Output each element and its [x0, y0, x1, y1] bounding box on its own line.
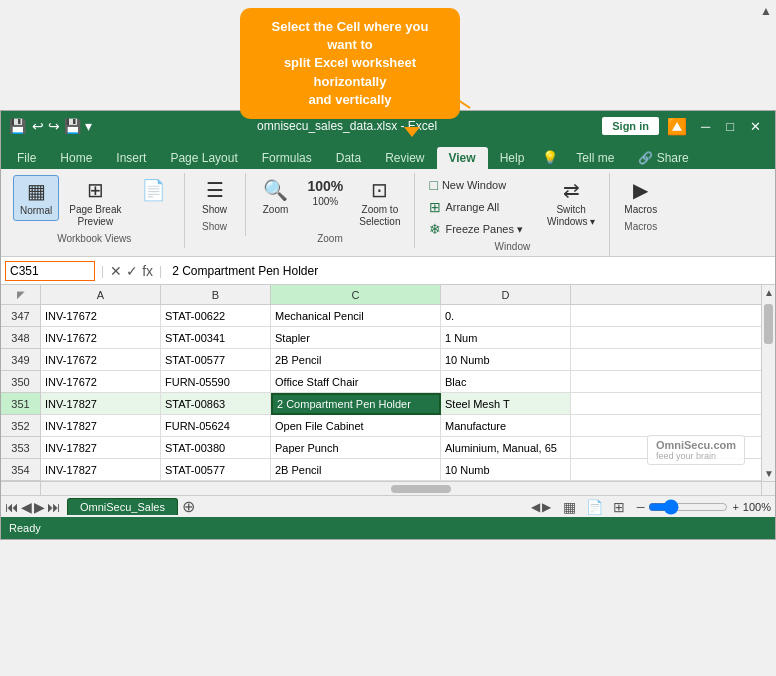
add-sheet-button[interactable]: ⊕: [182, 497, 195, 516]
cell[interactable]: STAT-00380: [161, 437, 271, 459]
cell[interactable]: INV-17827: [41, 415, 161, 437]
save-button[interactable]: 💾: [64, 118, 81, 134]
cell[interactable]: INV-17672: [41, 371, 161, 393]
select-all-icon[interactable]: ◤: [17, 289, 25, 300]
arrange-all-button[interactable]: ⊞ Arrange All: [423, 197, 529, 217]
zoom-plus-button[interactable]: +: [732, 501, 738, 513]
formula-input[interactable]: [168, 262, 771, 280]
cell[interactable]: Steel Mesh T: [441, 393, 571, 415]
share-button[interactable]: 🔗 Share: [626, 147, 700, 169]
tab-review[interactable]: Review: [373, 147, 436, 169]
qa-dropdown-button[interactable]: ▾: [85, 118, 92, 134]
cell[interactable]: Office Staff Chair: [271, 371, 441, 393]
col-header-b[interactable]: B: [161, 285, 271, 305]
cell[interactable]: Aluminium, Manual, 65: [441, 437, 571, 459]
sheet-tab-omnisecu[interactable]: OmniSecu_Sales: [67, 498, 178, 515]
cell[interactable]: STAT-00577: [161, 349, 271, 371]
cell[interactable]: STAT-00863: [161, 393, 271, 415]
tab-data[interactable]: Data: [324, 147, 373, 169]
row-header[interactable]: 353: [1, 437, 41, 459]
cell[interactable]: Stapler: [271, 327, 441, 349]
cell[interactable]: INV-17827: [41, 459, 161, 481]
new-window-button[interactable]: □ New Window: [423, 175, 529, 195]
tell-me-button[interactable]: Tell me: [564, 147, 626, 169]
cell[interactable]: FURN-05590: [161, 371, 271, 393]
cell[interactable]: STAT-00341: [161, 327, 271, 349]
cell[interactable]: INV-17827: [41, 393, 161, 415]
cell[interactable]: INV-17672: [41, 349, 161, 371]
cell[interactable]: 10 Numb: [441, 349, 571, 371]
normal-view-status-button[interactable]: ▦: [559, 497, 580, 517]
row-header[interactable]: 350: [1, 371, 41, 393]
col-header-d[interactable]: D: [441, 285, 571, 305]
sign-in-button[interactable]: Sign in: [602, 117, 659, 135]
row-header[interactable]: 351: [1, 393, 41, 415]
redo-button[interactable]: ↪: [48, 118, 60, 134]
switch-windows-button[interactable]: ⇄ SwitchWindows ▾: [541, 175, 601, 231]
row-header[interactable]: 347: [1, 305, 41, 327]
prev-sheet-button[interactable]: ◀: [21, 499, 32, 515]
page-break-preview-button[interactable]: ⊞ Page BreakPreview: [63, 175, 127, 231]
cell[interactable]: Manufacture: [441, 415, 571, 437]
cell[interactable]: 10 Numb: [441, 459, 571, 481]
close-button[interactable]: ✕: [744, 117, 767, 136]
next-sheet-button[interactable]: ▶: [34, 499, 45, 515]
macros-button[interactable]: ▶ Macros: [618, 175, 663, 219]
name-box[interactable]: [5, 261, 95, 281]
cell[interactable]: 2B Pencil: [271, 459, 441, 481]
h-scrollbar[interactable]: [1, 481, 775, 495]
cell[interactable]: STAT-00622: [161, 305, 271, 327]
zoom-button[interactable]: 🔍 Zoom: [254, 175, 298, 219]
freeze-panes-button[interactable]: ❄ Freeze Panes ▾: [423, 219, 529, 239]
row-header[interactable]: 352: [1, 415, 41, 437]
col-header-c[interactable]: C: [271, 285, 441, 305]
zoom-to-selection-button[interactable]: ⊡ Zoom toSelection: [353, 175, 406, 231]
undo-button[interactable]: ↩: [32, 118, 44, 134]
v-scrollbar[interactable]: ▲ ▼: [761, 285, 775, 481]
cell[interactable]: INV-17672: [41, 327, 161, 349]
cell[interactable]: 2 Compartment Pen Holder: [271, 393, 441, 415]
tab-help[interactable]: Help: [488, 147, 537, 169]
tab-page-layout[interactable]: Page Layout: [158, 147, 249, 169]
first-sheet-button[interactable]: ⏮: [5, 499, 19, 515]
cell[interactable]: STAT-00577: [161, 459, 271, 481]
tab-file[interactable]: File: [5, 147, 48, 169]
cell[interactable]: Blac: [441, 371, 571, 393]
scroll-left-button[interactable]: ◀: [531, 500, 540, 514]
maximize-button[interactable]: □: [720, 117, 740, 136]
zoom-100-button[interactable]: 100% 100%: [302, 175, 350, 211]
row-header[interactable]: 354: [1, 459, 41, 481]
cancel-formula-icon[interactable]: ✕: [110, 263, 122, 279]
scroll-right-button[interactable]: ▶: [542, 500, 551, 514]
ribbon-toggle-button[interactable]: 🔼: [667, 117, 687, 136]
confirm-formula-icon[interactable]: ✓: [126, 263, 138, 279]
tab-insert[interactable]: Insert: [104, 147, 158, 169]
page-layout-view-button[interactable]: 📄: [132, 175, 176, 207]
tab-formulas[interactable]: Formulas: [250, 147, 324, 169]
cell[interactable]: INV-17672: [41, 305, 161, 327]
zoom-slider[interactable]: [648, 499, 728, 515]
show-button[interactable]: ☰ Show: [193, 175, 237, 219]
cell[interactable]: INV-17827: [41, 437, 161, 459]
cell[interactable]: Mechanical Pencil: [271, 305, 441, 327]
cell[interactable]: FURN-05624: [161, 415, 271, 437]
row-header[interactable]: 348: [1, 327, 41, 349]
cell[interactable]: Paper Punch: [271, 437, 441, 459]
cell[interactable]: Open File Cabinet: [271, 415, 441, 437]
cell[interactable]: 0.: [441, 305, 571, 327]
ribbon-collapse-button[interactable]: ▲: [760, 4, 772, 18]
zoom-minus-button[interactable]: ─: [637, 501, 645, 513]
tab-home[interactable]: Home: [48, 147, 104, 169]
cell[interactable]: 1 Num: [441, 327, 571, 349]
cell[interactable]: 2B Pencil: [271, 349, 441, 371]
col-header-a[interactable]: A: [41, 285, 161, 305]
tab-view[interactable]: View: [437, 147, 488, 169]
row-header[interactable]: 349: [1, 349, 41, 371]
minimize-button[interactable]: ─: [695, 117, 716, 136]
page-break-status-button[interactable]: ⊞: [609, 497, 629, 517]
normal-view-button[interactable]: ▦ Normal: [13, 175, 59, 221]
last-sheet-button[interactable]: ⏭: [47, 499, 61, 515]
insert-function-icon[interactable]: fx: [142, 263, 153, 279]
lightbulb-icon[interactable]: 💡: [536, 146, 564, 169]
page-layout-status-button[interactable]: 📄: [582, 497, 607, 517]
